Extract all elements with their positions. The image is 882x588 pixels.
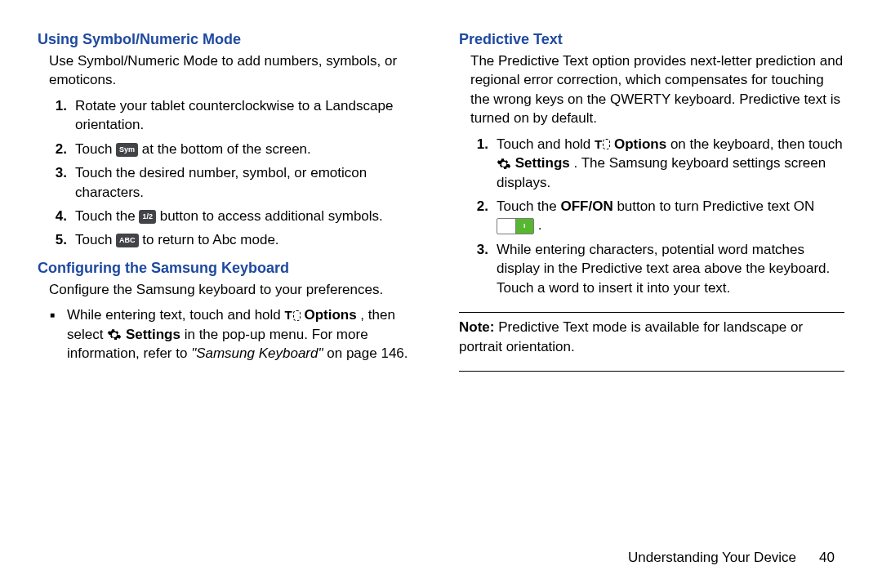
gear-icon (107, 327, 122, 342)
two-column-layout: Using Symbol/Numeric Mode Use Symbol/Num… (38, 29, 844, 376)
bullet-1: ■ While entering text, touch and hold T … (38, 305, 423, 363)
step-2-number: 2. (38, 140, 75, 158)
bullet-marker: ■ (38, 305, 67, 363)
intro-predictive: The Predictive Text option provides next… (470, 51, 844, 128)
step-2-text: Touch Sym at the bottom of the screen. (75, 140, 423, 158)
step-1-number: 1. (38, 96, 75, 135)
steps-symbol-numeric: 1. Rotate your tablet counterclockwise t… (38, 96, 423, 250)
half-key-icon: 1/2 (139, 210, 156, 224)
intro-symbol-numeric: Use Symbol/Numeric Mode to add numbers, … (49, 51, 423, 90)
steps-predictive: 1. Touch and hold T Options on the keybo… (459, 135, 844, 298)
on-toggle-icon: I (497, 218, 534, 234)
bullet-1-text: While entering text, touch and hold T Op… (67, 305, 423, 363)
step-3-text: Touch the desired number, symbol, or emo… (75, 163, 423, 202)
heading-configuring: Configuring the Samsung Keyboard (38, 258, 423, 278)
step-5-text: Touch ABC to return to Abc mode. (75, 230, 423, 249)
step-4-text: Touch the 1/2 button to access additiona… (75, 207, 423, 225)
pstep-2-number: 2. (459, 197, 497, 235)
options-icon: T (285, 307, 301, 324)
pstep-3-number: 3. (459, 240, 497, 297)
footer-section: Understanding Your Device (628, 548, 796, 567)
note-block: Note: Predictive Text mode is available … (459, 318, 844, 356)
footer-page-number: 40 (819, 548, 835, 567)
note-rule-top (459, 312, 844, 313)
gear-icon (497, 157, 511, 172)
pstep-3-text: While entering characters, potential wor… (497, 240, 844, 297)
intro-configuring: Configure the Samsung keyboard to your p… (49, 280, 423, 299)
pstep-2-text: Touch the OFF/ON button to turn Predicti… (497, 197, 844, 235)
step-4: 4. Touch the 1/2 button to access additi… (38, 207, 423, 225)
pstep-3: 3. While entering characters, potential … (459, 240, 844, 297)
abc-key-icon: ABC (116, 234, 139, 247)
note-body: Predictive Text mode is available for la… (459, 319, 803, 354)
sym-key-icon: Sym (116, 143, 138, 157)
step-5-number: 5. (38, 230, 75, 249)
step-2: 2. Touch Sym at the bottom of the screen… (38, 140, 423, 158)
options-icon: T (595, 136, 610, 154)
pstep-1-text: Touch and hold T Options on the keyboard… (497, 135, 844, 192)
step-4-number: 4. (38, 207, 75, 225)
step-3: 3. Touch the desired number, symbol, or … (38, 163, 423, 202)
pstep-2: 2. Touch the OFF/ON button to turn Predi… (459, 197, 844, 235)
right-column: Predictive Text The Predictive Text opti… (459, 29, 844, 376)
note-rule-bottom (459, 371, 844, 372)
heading-predictive: Predictive Text (459, 29, 844, 50)
left-column: Using Symbol/Numeric Mode Use Symbol/Num… (38, 29, 423, 376)
step-1-text: Rotate your tablet counterclockwise to a… (75, 96, 423, 135)
page-footer: Understanding Your Device 40 (628, 548, 835, 567)
step-5: 5. Touch ABC to return to Abc mode. (38, 230, 423, 249)
note-lead: Note: (459, 319, 494, 335)
heading-symbol-numeric: Using Symbol/Numeric Mode (38, 29, 423, 50)
step-3-number: 3. (38, 163, 75, 202)
bullets-configuring: ■ While entering text, touch and hold T … (38, 305, 423, 363)
step-1: 1. Rotate your tablet counterclockwise t… (38, 96, 423, 135)
pstep-1-number: 1. (459, 135, 497, 192)
pstep-1: 1. Touch and hold T Options on the keybo… (459, 135, 844, 192)
